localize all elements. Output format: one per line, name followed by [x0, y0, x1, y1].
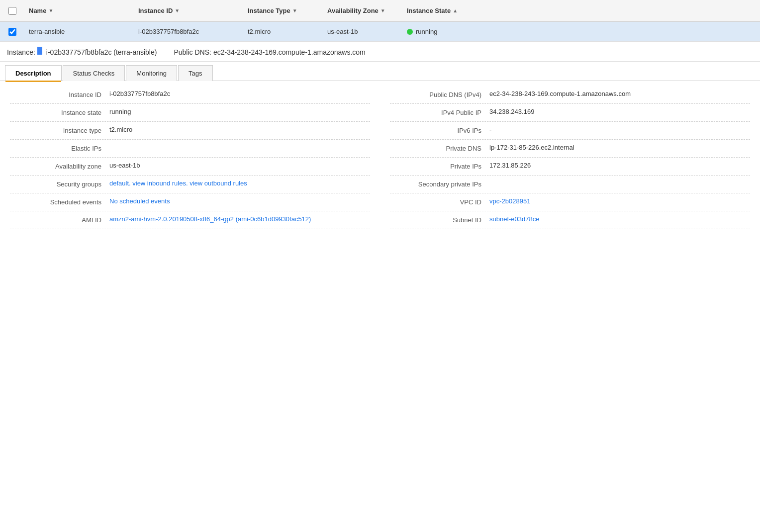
- th-name[interactable]: Name ▼: [25, 7, 134, 14]
- detail-row: VPC IDvpc-2b028951: [390, 193, 750, 211]
- detail-label: Instance type: [10, 126, 109, 134]
- th-instance-state[interactable]: Instance State ▲: [403, 7, 492, 14]
- detail-value: 172.31.85.226: [489, 162, 750, 169]
- public-dns-label: Public DNS:: [174, 48, 211, 56]
- detail-row: Secondary private IPs: [390, 176, 750, 193]
- detail-row: Subnet IDsubnet-e03d78ce: [390, 211, 750, 229]
- tab-status-checks[interactable]: Status Checks: [63, 65, 125, 81]
- th-availability-zone-sort-icon: ▼: [380, 8, 385, 13]
- th-instance-type-label: Instance Type: [248, 7, 290, 14]
- detail-value: i-02b337757fb8bfa2c: [109, 90, 370, 97]
- detail-value: running: [109, 108, 370, 115]
- header-checkbox-cell: [0, 7, 25, 15]
- detail-row: Availability zoneus-east-1b: [10, 158, 370, 176]
- th-instance-state-sort-icon: ▲: [453, 8, 458, 13]
- instance-type-value: t2.micro: [248, 28, 271, 35]
- detail-row: Instance staterunning: [10, 104, 370, 122]
- detail-row: Security groupsdefault. view inbound rul…: [10, 176, 370, 193]
- th-instance-id[interactable]: Instance ID ▼: [134, 7, 244, 14]
- td-name: terra-ansible: [25, 28, 134, 35]
- th-instance-id-sort-icon: ▼: [175, 8, 180, 13]
- instance-id-badge-icon: [37, 47, 42, 55]
- th-name-label: Name: [29, 7, 46, 14]
- row-checkbox[interactable]: [8, 28, 16, 36]
- detail-label: Public DNS (IPv4): [390, 90, 489, 98]
- detail-label: Secondary private IPs: [390, 179, 489, 188]
- th-instance-type-sort-icon: ▼: [292, 8, 297, 13]
- detail-row: Instance IDi-02b337757fb8bfa2c: [10, 86, 370, 104]
- detail-value[interactable]: default. view inbound rules. view outbou…: [109, 179, 370, 187]
- instance-state-value: running: [416, 28, 437, 35]
- detail-label: Private DNS: [390, 144, 489, 152]
- td-instance-state: running: [403, 28, 492, 35]
- detail-row: IPv6 IPs-: [390, 122, 750, 140]
- th-name-sort-icon: ▼: [48, 8, 53, 13]
- td-availability-zone: us-east-1b: [323, 28, 403, 35]
- instance-label: Instance:: [7, 48, 35, 56]
- detail-row: Public DNS (IPv4)ec2-34-238-243-169.comp…: [390, 86, 750, 104]
- detail-label: VPC ID: [390, 197, 489, 206]
- details-grid: Instance IDi-02b337757fb8bfa2cInstance s…: [0, 81, 760, 234]
- detail-value: t2.micro: [109, 126, 370, 133]
- detail-value: -: [489, 126, 750, 133]
- detail-label: IPv6 IPs: [390, 126, 489, 134]
- detail-value: ip-172-31-85-226.ec2.internal: [489, 144, 750, 151]
- instance-name: terra-ansible: [29, 28, 65, 35]
- detail-label: IPv4 Public IP: [390, 108, 489, 116]
- instance-info-bar: Instance: i-02b337757fb8bfa2c (terra-ans…: [0, 42, 760, 62]
- detail-row: Private IPs172.31.85.226: [390, 158, 750, 176]
- tab-monitoring[interactable]: Monitoring: [126, 65, 177, 81]
- th-instance-type[interactable]: Instance Type ▼: [244, 7, 323, 14]
- detail-value: 34.238.243.169: [489, 108, 750, 115]
- detail-value: us-east-1b: [109, 162, 370, 169]
- detail-value[interactable]: subnet-e03d78ce: [489, 215, 750, 223]
- detail-label: AMI ID: [10, 215, 109, 224]
- tab-tags[interactable]: Tags: [178, 65, 212, 81]
- detail-value: ec2-34-238-243-169.compute-1.amazonaws.c…: [489, 90, 750, 97]
- detail-label: Scheduled events: [10, 197, 109, 206]
- availability-zone-value: us-east-1b: [327, 28, 358, 35]
- detail-label: Availability zone: [10, 162, 109, 170]
- select-all-checkbox[interactable]: [8, 7, 16, 15]
- row-checkbox-cell: [0, 28, 25, 36]
- table-row[interactable]: terra-ansible i-02b337757fb8bfa2c t2.mic…: [0, 22, 760, 42]
- td-instance-id: i-02b337757fb8bfa2c: [134, 28, 244, 35]
- detail-label: Private IPs: [390, 162, 489, 170]
- state-dot-icon: [407, 29, 413, 35]
- th-instance-state-label: Instance State: [407, 7, 451, 14]
- detail-row: Instance typet2.micro: [10, 122, 370, 140]
- detail-row: Private DNSip-172-31-85-226.ec2.internal: [390, 140, 750, 158]
- detail-value[interactable]: amzn2-ami-hvm-2.0.20190508-x86_64-gp2 (a…: [109, 215, 370, 223]
- detail-row: Elastic IPs: [10, 140, 370, 158]
- table-header: Name ▼ Instance ID ▼ Instance Type ▼ Ava…: [0, 0, 760, 22]
- detail-label: Security groups: [10, 179, 109, 188]
- tabs-bar: Description Status Checks Monitoring Tag…: [0, 65, 760, 81]
- detail-value[interactable]: vpc-2b028951: [489, 197, 750, 205]
- detail-row: IPv4 Public IP34.238.243.169: [390, 104, 750, 122]
- detail-row: Scheduled eventsNo scheduled events: [10, 193, 370, 211]
- detail-row: AMI IDamzn2-ami-hvm-2.0.20190508-x86_64-…: [10, 211, 370, 229]
- td-instance-type: t2.micro: [244, 28, 323, 35]
- detail-label: Instance ID: [10, 90, 109, 98]
- details-right-col: Public DNS (IPv4)ec2-34-238-243-169.comp…: [380, 86, 760, 229]
- detail-value[interactable]: No scheduled events: [109, 197, 370, 205]
- public-dns-value: ec2-34-238-243-169.compute-1.amazonaws.c…: [213, 48, 366, 56]
- detail-label: Elastic IPs: [10, 144, 109, 152]
- detail-label: Instance state: [10, 108, 109, 116]
- details-left-col: Instance IDi-02b337757fb8bfa2cInstance s…: [0, 86, 380, 229]
- detail-label: Subnet ID: [390, 215, 489, 224]
- instance-id-value: i-02b337757fb8bfa2c: [138, 28, 199, 35]
- tab-description[interactable]: Description: [5, 65, 62, 81]
- th-instance-id-label: Instance ID: [138, 7, 173, 14]
- th-availability-zone-label: Availability Zone: [327, 7, 379, 14]
- th-availability-zone[interactable]: Availability Zone ▼: [323, 7, 403, 14]
- instance-id-info: i-02b337757fb8bfa2c (terra-ansible): [46, 48, 157, 56]
